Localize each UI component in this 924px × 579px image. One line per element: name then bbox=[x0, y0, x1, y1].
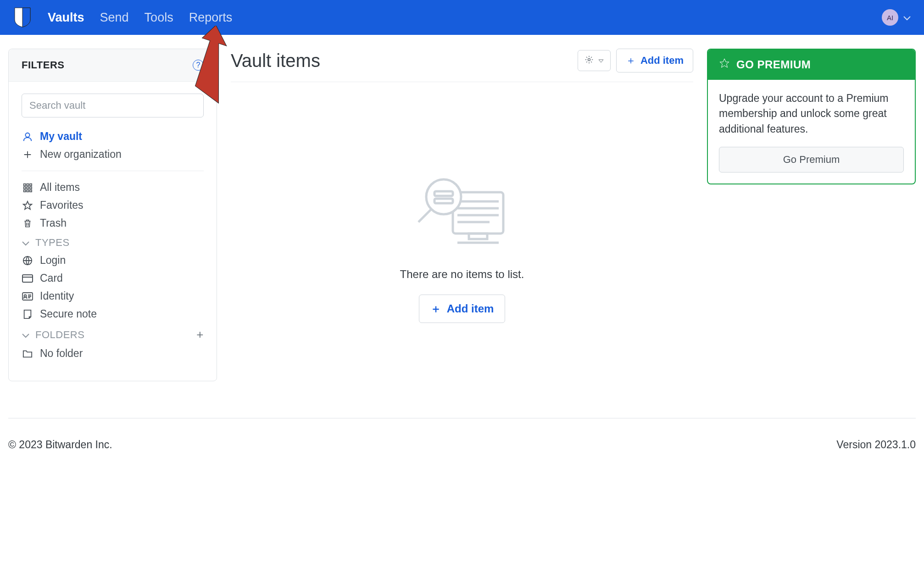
nav-vaults[interactable]: Vaults bbox=[48, 11, 84, 25]
svg-rect-2 bbox=[24, 184, 26, 185]
svg-rect-6 bbox=[27, 187, 28, 189]
sidebar-item-favorites[interactable]: Favorites bbox=[22, 196, 204, 214]
go-premium-button[interactable]: Go Premium bbox=[719, 147, 904, 173]
footer: © 2023 Bitwarden Inc. Version 2023.1.0 bbox=[8, 418, 916, 471]
heading-label: TYPES bbox=[35, 237, 70, 249]
sidebar-item-label: Trash bbox=[40, 217, 67, 229]
plus-icon bbox=[22, 150, 33, 160]
note-icon bbox=[22, 309, 33, 319]
star-filled-icon bbox=[719, 58, 730, 72]
nav-tools[interactable]: Tools bbox=[145, 11, 173, 25]
top-navbar: Vaults Send Tools Reports AI bbox=[0, 0, 924, 35]
star-icon bbox=[22, 200, 33, 211]
sidebar-item-label: Identity bbox=[40, 290, 74, 302]
types-heading[interactable]: TYPES bbox=[22, 232, 204, 251]
chevron-down-icon bbox=[903, 12, 911, 23]
grid-icon bbox=[22, 183, 33, 192]
sidebar-item-all-items[interactable]: All items bbox=[22, 178, 204, 196]
plus-icon: ＋ bbox=[626, 54, 636, 67]
account-menu[interactable]: AI bbox=[882, 9, 911, 26]
svg-rect-9 bbox=[27, 190, 28, 192]
svg-point-1 bbox=[25, 133, 29, 137]
sidebar-item-identity[interactable]: Identity bbox=[22, 287, 204, 305]
globe-icon bbox=[22, 256, 33, 266]
sidebar-item-label: New organization bbox=[40, 148, 122, 161]
empty-state-text: There are no items to list. bbox=[400, 268, 524, 281]
user-icon bbox=[22, 132, 33, 142]
premium-body-text: Upgrade your account to a Premium member… bbox=[719, 91, 904, 137]
button-label: Add item bbox=[447, 302, 494, 315]
sidebar-item-label: Login bbox=[40, 254, 66, 267]
bitwarden-logo-icon bbox=[13, 7, 32, 28]
divider bbox=[22, 171, 204, 171]
empty-state: There are no items to list. ＋ Add item bbox=[231, 82, 693, 323]
right-sidebar: GO PREMIUM Upgrade your account to a Pre… bbox=[707, 49, 916, 381]
footer-version: Version 2023.1.0 bbox=[836, 439, 916, 451]
sidebar-item-trash[interactable]: Trash bbox=[22, 214, 204, 232]
empty-add-item-button[interactable]: ＋ Add item bbox=[419, 295, 506, 323]
search-input[interactable] bbox=[22, 94, 204, 117]
sidebar-item-my-vault[interactable]: My vault bbox=[22, 128, 204, 145]
folders-heading[interactable]: FOLDERS + bbox=[22, 323, 204, 345]
nav-reports[interactable]: Reports bbox=[189, 11, 233, 25]
avatar: AI bbox=[882, 9, 898, 26]
page-title: Vault items bbox=[231, 50, 320, 71]
sidebar-item-new-organization[interactable]: New organization bbox=[22, 145, 204, 163]
svg-rect-10 bbox=[30, 190, 32, 192]
chevron-down-icon bbox=[22, 237, 30, 249]
sidebar-item-label: Secure note bbox=[40, 308, 97, 320]
add-item-button[interactable]: ＋ Add item bbox=[616, 49, 693, 72]
footer-copyright: © 2023 Bitwarden Inc. bbox=[8, 439, 112, 451]
sidebar-item-login[interactable]: Login bbox=[22, 251, 204, 269]
premium-heading: GO PREMIUM bbox=[736, 58, 811, 71]
filters-sidebar: FILTERS ? My vault New organization All … bbox=[8, 49, 217, 381]
premium-card: GO PREMIUM Upgrade your account to a Pre… bbox=[707, 49, 916, 184]
heading-label: FOLDERS bbox=[35, 329, 84, 341]
svg-rect-12 bbox=[22, 275, 33, 282]
vault-options-button[interactable] bbox=[578, 50, 611, 71]
card-icon bbox=[22, 274, 33, 283]
filters-title: FILTERS bbox=[22, 59, 65, 71]
folder-icon bbox=[22, 349, 33, 358]
sidebar-item-secure-note[interactable]: Secure note bbox=[22, 305, 204, 323]
add-folder-button[interactable]: + bbox=[196, 328, 204, 342]
svg-point-15 bbox=[588, 59, 590, 61]
nav-send[interactable]: Send bbox=[100, 11, 129, 25]
sidebar-item-label: Card bbox=[40, 272, 63, 284]
trash-icon bbox=[22, 218, 33, 228]
main-content: Vault items ＋ Add item bbox=[231, 49, 693, 381]
nav-items: Vaults Send Tools Reports bbox=[48, 11, 232, 25]
empty-vault-icon bbox=[412, 174, 512, 254]
svg-rect-5 bbox=[24, 187, 26, 189]
svg-rect-8 bbox=[24, 190, 26, 192]
sidebar-item-label: All items bbox=[40, 181, 80, 194]
sidebar-item-label: My vault bbox=[40, 130, 82, 143]
sidebar-item-label: No folder bbox=[40, 347, 83, 360]
svg-rect-4 bbox=[30, 184, 32, 185]
svg-rect-21 bbox=[469, 234, 487, 239]
sidebar-item-card[interactable]: Card bbox=[22, 269, 204, 287]
id-icon bbox=[22, 292, 33, 301]
svg-line-26 bbox=[418, 210, 431, 222]
button-label: Add item bbox=[640, 55, 684, 67]
sidebar-item-label: Favorites bbox=[40, 199, 83, 212]
help-icon[interactable]: ? bbox=[193, 60, 204, 71]
sidebar-item-no-folder[interactable]: No folder bbox=[22, 345, 204, 362]
plus-icon: ＋ bbox=[430, 301, 441, 316]
gear-icon bbox=[584, 55, 594, 66]
chevron-down-icon bbox=[22, 329, 30, 341]
svg-rect-7 bbox=[30, 187, 32, 189]
svg-rect-3 bbox=[27, 184, 28, 185]
caret-down-icon bbox=[598, 56, 604, 65]
